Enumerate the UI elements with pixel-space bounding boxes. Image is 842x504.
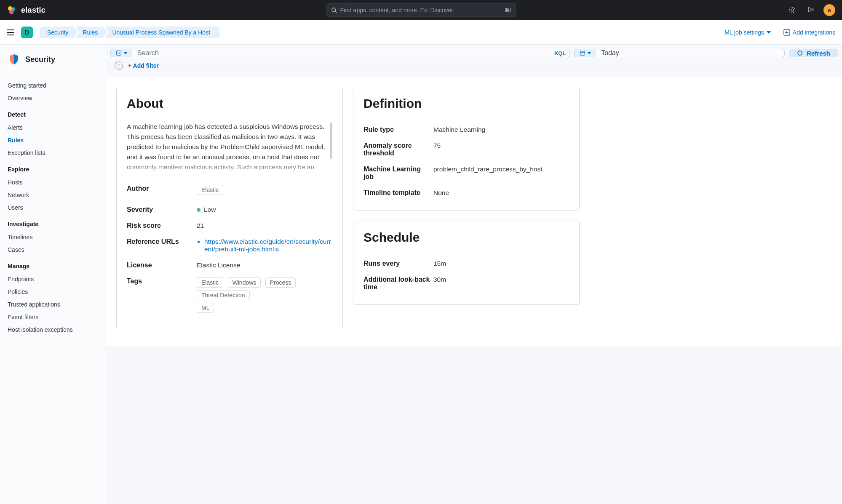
ml-job-settings-dropdown[interactable]: ML job settings [724,29,771,36]
date-range-display[interactable]: Today [596,49,785,57]
def-key: Anomaly score threshold [364,142,430,157]
sched-key: Additional look-back time [364,276,430,291]
sched-value: 30m [433,276,569,283]
sidenav-item-exception-lists[interactable]: Exception lists [8,147,98,159]
rule-description: A machine learning job has detected a su… [127,122,332,176]
svg-point-6 [789,7,795,13]
chevron-down-icon [587,52,591,54]
tags-label: Tags [127,277,193,285]
svg-point-4 [331,8,335,12]
sidenav-item-trusted-apps[interactable]: Trusted applications [8,298,98,311]
tag-badge: Threat Detection [197,290,250,300]
sidenav-group-investigate: Investigate [8,221,98,227]
query-filter-options[interactable] [110,49,132,57]
def-key: Machine Learning job [364,165,430,181]
sidenav-item-overview[interactable]: Overview [8,92,98,104]
author-badge: Elastic [197,185,223,195]
svg-rect-11 [116,51,121,56]
sidenav-item-event-filters[interactable]: Event filters [8,311,98,323]
sidenav-item-policies[interactable]: Policies [8,285,98,298]
breadcrumb-item[interactable]: Rules [75,27,107,38]
sidenav-group-detect: Detect [8,111,98,118]
brand-name: elastic [21,6,45,15]
plus-in-box-icon [783,29,790,36]
sidenav-title: Security [25,55,55,64]
search-icon [331,7,337,13]
global-search-placeholder: Find apps, content, and more. Ex: Discov… [340,7,453,13]
about-heading: About [127,96,332,111]
add-integrations-link[interactable]: Add integrations [783,29,835,36]
definition-panel: Definition Rule typeMachine Learning Ano… [353,87,580,211]
date-quick-select[interactable] [574,49,596,57]
sidenav-item-alerts[interactable]: Alerts [8,121,98,134]
lifering-icon[interactable] [786,4,798,16]
sidenav-item-cases[interactable]: Cases [8,243,98,256]
tag-badge: Process [265,277,296,288]
about-panel: About A machine learning job has detecte… [116,87,343,329]
query-language-toggle[interactable]: KQL [551,49,570,57]
reference-urls-label: Reference URLs [127,238,193,245]
security-app-icon [8,53,20,66]
add-filter-button[interactable]: + Add filter [128,62,159,69]
sidenav-group-manage: Manage [8,263,98,269]
user-avatar[interactable]: e [823,4,835,16]
scrollbar-thumb[interactable] [330,123,332,159]
filter-menu-icon[interactable]: ☰ [115,61,123,70]
global-search-kbd: ⌘/ [505,7,511,13]
svg-line-5 [335,11,337,13]
sidenav-item-rules[interactable]: Rules [8,134,98,147]
tags-list: Elastic Windows Process Threat Detection… [197,277,332,315]
breadcrumb-item: Unusual Process Spawned By a Host [104,27,219,38]
def-value: Machine Learning [433,126,569,133]
sidenav-item-getting-started[interactable]: Getting started [8,79,98,92]
def-value: None [433,189,569,197]
def-key: Rule type [364,126,430,133]
sidenav-item-hosts[interactable]: Hosts [8,176,98,189]
refresh-icon [797,50,803,56]
brand-logo[interactable]: elastic [7,5,45,15]
breadcrumb: Security Rules Unusual Process Spawned B… [40,27,219,38]
tag-badge: Elastic [197,277,223,288]
refresh-button[interactable]: Refresh [789,49,838,57]
def-value: problem_child_rare_process_by_host [433,165,569,173]
tag-badge: ML [197,303,214,313]
sidenav-item-host-isolation[interactable]: Host isolation exceptions [8,323,98,336]
newsfeed-icon[interactable] [805,4,817,16]
chevron-down-icon [123,52,128,54]
svg-point-3 [8,6,13,11]
global-topbar: elastic Find apps, content, and more. Ex… [0,0,842,20]
svg-point-12 [118,52,118,53]
external-link-icon: ⧉ [275,247,279,252]
filter-icon [116,50,122,56]
risk-score-value: 21 [197,222,332,229]
svg-point-7 [791,9,794,11]
global-search-input[interactable]: Find apps, content, and more. Ex: Discov… [326,3,516,17]
menu-toggle-icon[interactable] [7,27,17,37]
breadcrumb-item[interactable]: Security [40,27,78,38]
svg-point-13 [119,53,120,54]
schedule-heading: Schedule [364,230,569,245]
sched-key: Runs every [364,260,430,267]
definition-heading: Definition [364,96,569,111]
query-search-input[interactable]: Search [132,49,551,57]
sched-value: 15m [433,260,569,267]
def-key: Timeline template [364,189,430,197]
elastic-logo-icon [7,5,17,15]
license-label: License [127,261,193,269]
sidenav-item-users[interactable]: Users [8,201,98,214]
space-selector[interactable]: D [21,27,33,38]
svg-rect-14 [580,51,585,56]
severity-value: Low [197,206,332,213]
reference-url-link[interactable]: https://www.elastic.co/guide/en/security… [204,238,331,253]
breadcrumb-bar: D Security Rules Unusual Process Spawned… [0,20,842,45]
sidenav-item-endpoints[interactable]: Endpoints [8,273,98,285]
query-bar: Search KQL [110,49,570,57]
sidenav-group-explore: Explore [8,166,98,173]
severity-dot-icon [197,208,200,212]
main-content: Search KQL Today [106,45,842,504]
severity-label: Severity [127,206,193,213]
sidenav-item-network[interactable]: Network [8,189,98,201]
chevron-down-icon [767,31,771,34]
date-picker: Today [574,49,785,57]
sidenav-item-timelines[interactable]: Timelines [8,231,98,243]
